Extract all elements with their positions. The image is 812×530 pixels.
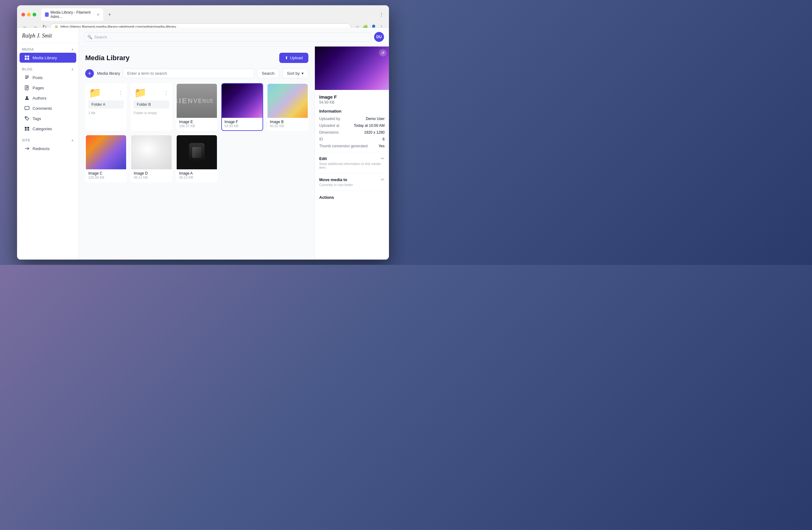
sidebar-item-label-tags: Tags [32,116,41,121]
traffic-light-close[interactable] [21,13,25,16]
detail-edit-section: Edit ✏ Save additional information to th… [319,156,385,169]
detail-edit-title: Edit [319,156,327,161]
detail-move-section: Move media to ✏ Currently in root folder [319,177,385,187]
svg-rect-4 [25,76,29,76]
sort-button[interactable]: Sort by ▾ [282,69,308,78]
sidebar-item-authors[interactable]: Authors [19,93,76,103]
tab-close-btn[interactable]: ✕ [97,13,100,17]
pages-icon [25,85,29,90]
user-initials: DU [376,35,381,39]
media-area: Media Library ⬆ Upload + Media library [79,46,315,260]
media-item-image-e[interactable]: BIENVENUE Image E 168.37 KB [176,83,218,131]
detail-move-button[interactable]: ✏ [381,177,385,182]
sidebar-item-pages[interactable]: Pages [19,83,76,93]
image-c-name: Image C [88,171,124,176]
detail-uploaded-by-value: Demo User [366,116,385,121]
folder-a-icon: 📁 [89,87,101,99]
folder-b-meta: Folder is empty [131,111,171,117]
folder-b-icon: 📁 [134,87,147,99]
media-library-icon [25,55,29,60]
user-avatar[interactable]: DU [374,32,384,42]
detail-dimensions-label: Dimensions [319,130,339,135]
detail-uploaded-at-label: Uploaded at [319,123,339,128]
sidebar-item-posts[interactable]: Posts [19,73,76,83]
sidebar-item-redirects[interactable]: Redirects [19,143,76,154]
sidebar-item-label-redirects: Redirects [32,147,49,151]
detail-actions-section: Actions [319,194,385,200]
upload-button[interactable]: ⬆ Upload [279,53,308,63]
posts-icon [25,75,29,80]
detail-thumb-value: Yes [378,144,385,148]
browser-menu-btn[interactable]: ⋮ [378,11,385,18]
detail-uploaded-by-label: Uploaded by [319,116,340,121]
top-header: 🔍 Search DU [79,28,389,46]
svg-rect-13 [25,129,27,130]
image-f-thumb [222,84,262,118]
sidebar-item-label-media-library: Media Library [32,56,57,60]
search-button[interactable]: Search [257,69,279,78]
image-c-size: 126.58 KB [88,176,124,179]
image-c-thumb [86,135,126,169]
folder-item-b[interactable]: 📁 ⋮ Folder B Folder is empty [130,83,172,131]
sidebar-item-label-posts: Posts [32,75,43,80]
svg-rect-0 [25,56,27,57]
sidebar-section-blog: BLOG ∧ Posts Pages [17,63,79,134]
media-item-image-c[interactable]: Image C 126.58 KB [85,135,127,182]
add-tab-button[interactable]: + [106,11,113,18]
detail-panel: ↺ Image F 54.93 KB Information Uploaded … [315,46,389,260]
media-item-image-d[interactable]: Image D 49.11 KB [130,135,172,182]
detail-image-preview: ↺ [315,46,389,90]
sort-label: Sort by [287,71,300,76]
sidebar-item-media-library[interactable]: Media Library [19,53,76,62]
media-item-image-a[interactable]: Image A 39.12 KB [176,135,218,182]
detail-row-thumb: Thumb conversion generated Yes [319,144,385,148]
sidebar-section-header-media[interactable]: MEDIA ∧ [17,46,79,52]
detail-id-label: ID [319,137,323,141]
image-e-name: Image E [179,120,215,124]
browser-tab[interactable]: Media Library - Filament Admi... ✕ [41,9,103,21]
image-a-name: Image A [179,171,215,176]
svg-rect-11 [25,127,27,129]
add-media-button[interactable]: + [85,69,94,78]
svg-point-10 [26,117,26,118]
detail-refresh-button[interactable]: ↺ [379,49,387,56]
svg-rect-1 [27,56,29,57]
media-grid: 📁 ⋮ Folder A 1 file 📁 ⋮ [85,83,308,182]
image-d-thumb [131,135,171,169]
folder-item-a[interactable]: 📁 ⋮ Folder A 1 file [85,83,127,131]
media-item-image-b[interactable]: Image B 95.62 KB [267,83,308,131]
svg-rect-6 [25,78,28,79]
sort-chevron-icon: ▾ [302,71,304,76]
svg-rect-12 [27,127,29,129]
chevron-up-icon-site: ∧ [71,139,74,142]
detail-row-dimensions: Dimensions 1920 x 1280 [319,130,385,135]
detail-image-name: Image F [319,94,385,100]
sidebar-item-categories[interactable]: Categories [19,124,76,134]
detail-image-size: 54.93 KB [319,100,385,104]
search-input[interactable] [123,69,254,78]
sidebar-item-tags[interactable]: Tags [19,113,76,123]
folder-a-menu-icon[interactable]: ⋮ [118,90,123,96]
detail-info-section-title: Information [319,109,385,113]
media-library-label: Media library [97,71,120,76]
header-search-box[interactable]: 🔍 Search [84,32,371,42]
media-item-image-f[interactable]: Image F 54.93 KB [221,83,263,131]
folder-b-menu-icon[interactable]: ⋮ [164,90,169,96]
svg-rect-9 [25,106,29,110]
sidebar-item-label-authors: Authors [32,96,46,100]
sidebar-section-header-site[interactable]: SITE ∧ [17,137,79,143]
detail-edit-button[interactable]: ✏ [381,156,385,161]
traffic-light-maximize[interactable] [32,13,36,16]
sidebar-section-header-blog[interactable]: BLOG ∧ [17,66,79,72]
svg-rect-2 [25,58,27,60]
image-b-size: 95.62 KB [270,124,305,128]
detail-divider-3 [319,191,385,191]
media-toolbar: + Media library Search Sort by ▾ [85,69,308,78]
detail-dimensions-value: 1920 x 1280 [364,130,385,135]
traffic-light-minimize[interactable] [27,13,31,16]
image-b-name: Image B [270,120,305,124]
authors-icon [25,96,29,100]
sidebar-item-comments[interactable]: Comments [19,103,76,113]
folder-a-meta: 1 file [86,111,126,117]
sidebar-section-site: SITE ∧ Redirects [17,134,79,154]
